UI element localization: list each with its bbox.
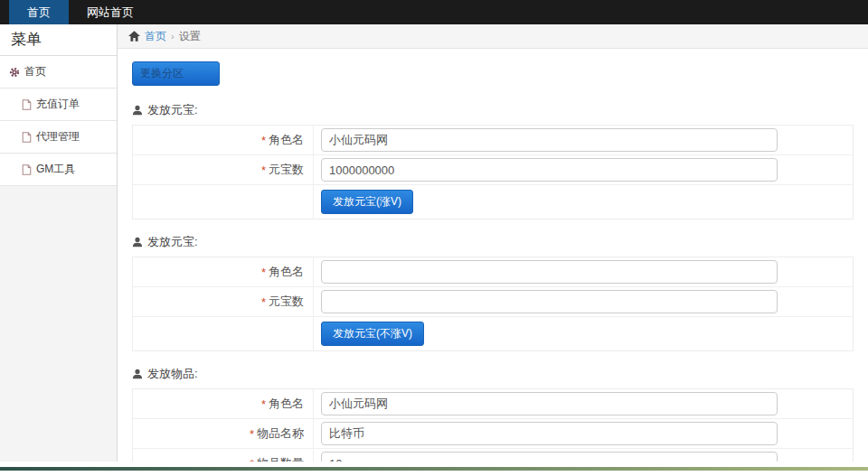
tab-home[interactable]: 首页	[9, 0, 69, 24]
required-marker: *	[261, 163, 266, 177]
sidebar-item-home[interactable]: 首页	[0, 56, 117, 89]
grant-yuanbao-raise-v-button[interactable]: 发放元宝(涨V)	[321, 190, 413, 214]
role-name-input[interactable]	[321, 392, 778, 415]
user-icon	[132, 105, 143, 116]
change-zone-button[interactable]: 更换分区	[132, 61, 220, 86]
file-icon	[22, 132, 32, 143]
field-label-cell: * 元宝数	[133, 287, 314, 316]
field-label: 元宝数	[269, 162, 304, 178]
user-icon	[132, 237, 143, 247]
field-value-cell	[314, 419, 853, 448]
required-marker: *	[261, 397, 266, 411]
required-marker: *	[261, 134, 266, 147]
section-grant-items: 发放物品: * 角色名 *	[132, 366, 854, 462]
field-value-cell	[314, 126, 853, 154]
section-header: 发放物品:	[132, 366, 854, 382]
sidebar-item-label: 充值订单	[36, 97, 80, 112]
section-header: 发放元宝:	[132, 234, 854, 250]
breadcrumb-current: 设置	[179, 29, 201, 44]
role-name-input[interactable]	[321, 260, 778, 284]
section-title: 发放元宝:	[147, 234, 198, 250]
field-label: 角色名	[269, 132, 304, 148]
field-value-cell	[314, 155, 853, 184]
top-nav-bar: 首页 网站首页	[0, 0, 868, 24]
field-label: 角色名	[269, 396, 304, 412]
main-layout: 菜单 首页 充值订单	[0, 24, 868, 462]
field-label-cell: * 物品数量	[133, 449, 314, 462]
table-row: * 物品数量	[133, 449, 853, 462]
field-value-cell	[314, 389, 853, 418]
footer-gradient-bar	[0, 467, 868, 471]
field-value-cell	[314, 257, 853, 286]
form-table: * 角色名 * 元宝数	[132, 125, 854, 219]
field-label-cell	[133, 185, 314, 219]
grant-yuanbao-no-raise-v-button[interactable]: 发放元宝(不涨V)	[321, 322, 424, 346]
required-marker: *	[250, 427, 254, 441]
item-name-input[interactable]	[321, 422, 778, 445]
required-marker: *	[261, 295, 266, 309]
field-value-cell	[314, 449, 853, 462]
file-icon	[22, 164, 32, 175]
tab-website-home[interactable]: 网站首页	[69, 0, 152, 24]
field-label: 物品名称	[257, 425, 304, 442]
field-label-cell: * 角色名	[133, 126, 314, 154]
section-title: 发放物品:	[147, 366, 198, 382]
yuanbao-count-input[interactable]	[321, 158, 778, 182]
field-label-cell: * 角色名	[133, 389, 314, 418]
section-header: 发放元宝:	[132, 102, 854, 118]
required-marker: *	[261, 266, 266, 279]
table-row: * 元宝数	[133, 287, 853, 317]
required-marker: *	[250, 457, 254, 462]
form-table: * 角色名 * 物品名称	[132, 388, 854, 462]
yuanbao-count-input[interactable]	[321, 290, 778, 313]
home-icon	[128, 31, 140, 42]
sidebar: 菜单 首页 充值订单	[0, 24, 118, 462]
breadcrumb-separator: ›	[171, 31, 175, 42]
field-label-cell	[133, 317, 314, 350]
content-panel: 更换分区 发放元宝: * 角色名	[118, 49, 868, 462]
form-table: * 角色名 * 元宝数	[132, 257, 854, 351]
section-title: 发放元宝:	[147, 102, 198, 118]
table-row: * 角色名	[133, 257, 853, 287]
table-row: * 角色名	[133, 126, 853, 155]
field-value-cell: 发放元宝(不涨V)	[314, 317, 853, 350]
table-row: * 角色名	[133, 389, 853, 419]
field-label-cell: * 物品名称	[133, 419, 314, 448]
sidebar-title: 菜单	[0, 24, 117, 56]
field-label: 物品数量	[257, 455, 304, 462]
field-label-cell: * 元宝数	[133, 155, 314, 184]
role-name-input[interactable]	[321, 128, 778, 152]
table-row: 发放元宝(不涨V)	[133, 317, 853, 350]
table-row: 发放元宝(涨V)	[133, 185, 853, 219]
sidebar-item-agent-management[interactable]: 代理管理	[0, 121, 117, 154]
main-content: 首页 › 设置 更换分区 发放元宝:	[118, 24, 868, 462]
sidebar-item-label: 代理管理	[36, 129, 80, 145]
sidebar-item-gm-tools[interactable]: GM工具	[0, 154, 117, 186]
gear-icon	[9, 67, 20, 78]
breadcrumb: 首页 › 设置	[118, 24, 868, 49]
section-grant-yuanbao-nov: 发放元宝: * 角色名 *	[132, 234, 854, 351]
field-label: 角色名	[269, 264, 304, 280]
sidebar-item-recharge-orders[interactable]: 充值订单	[0, 89, 117, 121]
section-grant-yuanbao-v: 发放元宝: * 角色名 *	[132, 102, 854, 219]
sidebar-item-label: GM工具	[36, 162, 75, 177]
field-value-cell: 发放元宝(涨V)	[314, 185, 853, 219]
file-icon	[22, 99, 32, 110]
field-label-cell: * 角色名	[133, 257, 314, 286]
breadcrumb-home-link[interactable]: 首页	[145, 29, 166, 44]
user-icon	[132, 369, 143, 379]
field-label: 元宝数	[269, 294, 304, 310]
sidebar-item-label: 首页	[24, 64, 46, 79]
table-row: * 物品名称	[133, 419, 853, 449]
item-quantity-input[interactable]	[321, 452, 778, 462]
table-row: * 元宝数	[133, 155, 853, 185]
field-value-cell	[314, 287, 853, 316]
